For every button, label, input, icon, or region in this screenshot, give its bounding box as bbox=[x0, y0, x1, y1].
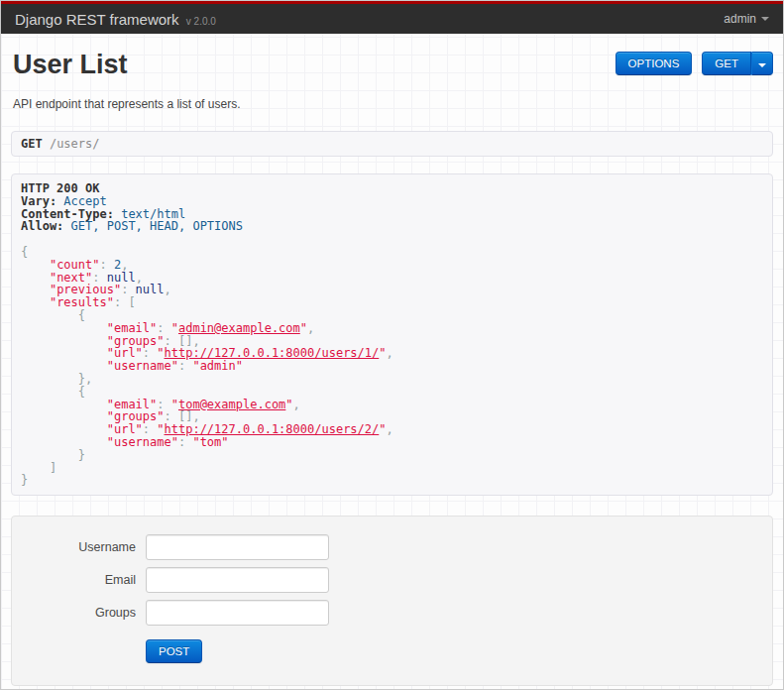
caret-down-icon bbox=[761, 17, 769, 21]
json-token-pun: , bbox=[293, 398, 300, 411]
json-token-str: "username" bbox=[107, 359, 178, 373]
json-token-pln bbox=[63, 219, 70, 233]
response-body: HTTP 200 OK Vary: Accept Content-Type: t… bbox=[21, 182, 763, 487]
form-row-groups: Groups bbox=[32, 600, 752, 626]
post-form: UsernameEmailGroups POST bbox=[11, 516, 773, 686]
form-row-username: Username bbox=[32, 534, 752, 560]
json-token-pun: , bbox=[165, 283, 171, 296]
json-token-pun: : bbox=[178, 359, 192, 373]
json-token-lit: GET, POST, HEAD, OPTIONS bbox=[71, 219, 243, 233]
json-token-str: " bbox=[379, 346, 386, 360]
json-token-str: "tom" bbox=[192, 435, 228, 449]
get-button[interactable]: GET bbox=[702, 52, 751, 75]
groups-label: Groups bbox=[32, 606, 136, 620]
json-token-pun: : [ bbox=[114, 295, 136, 309]
json-token-pun: : bbox=[178, 435, 192, 449]
action-buttons: OPTIONS GET bbox=[616, 52, 773, 75]
brand-title: Django REST framework v 2.0.0 bbox=[15, 11, 216, 28]
json-token-pun: ] bbox=[50, 461, 56, 475]
user-menu-dropdown[interactable]: admin bbox=[724, 12, 769, 26]
main-content: OPTIONS GET User List API endpoint that … bbox=[1, 50, 783, 686]
json-token-pun: , bbox=[387, 346, 393, 360]
version-label: v 2.0.0 bbox=[186, 16, 216, 27]
form-actions: POST bbox=[32, 639, 752, 663]
browsable-api-page: Django REST framework v 2.0.0 admin OPTI… bbox=[0, 0, 784, 690]
json-token-str: " bbox=[300, 321, 307, 335]
navbar: Django REST framework v 2.0.0 admin bbox=[1, 4, 783, 34]
json-token-pun: , bbox=[387, 422, 393, 436]
endpoint-description: API endpoint that represents a list of u… bbox=[13, 97, 773, 111]
options-button[interactable]: OPTIONS bbox=[616, 52, 693, 75]
form-row-email: Email bbox=[32, 567, 752, 593]
post-button[interactable]: POST bbox=[146, 639, 202, 663]
groups-field[interactable] bbox=[146, 600, 329, 626]
email-field[interactable] bbox=[146, 567, 329, 593]
username-label: Username bbox=[32, 540, 136, 554]
brand-label: Django REST framework bbox=[15, 11, 179, 28]
email-label: Email bbox=[32, 573, 136, 587]
response-panel: HTTP 200 OK Vary: Accept Content-Type: t… bbox=[11, 173, 773, 496]
username-field[interactable] bbox=[146, 534, 329, 560]
form-rows: UsernameEmailGroups bbox=[32, 534, 752, 626]
json-token-str: " bbox=[285, 398, 292, 411]
json-token-str: "admin" bbox=[192, 359, 243, 373]
request-bar: GET /users/ bbox=[11, 131, 773, 157]
get-dropdown-toggle[interactable] bbox=[751, 52, 773, 75]
json-token-pun: , bbox=[307, 321, 314, 335]
json-token-str: "username" bbox=[107, 435, 178, 449]
json-token-hdr: Allow: bbox=[21, 219, 63, 233]
request-path: /users/ bbox=[50, 137, 100, 151]
json-token-str: " bbox=[379, 422, 386, 436]
get-split-button: GET bbox=[702, 52, 773, 75]
json-token-pun: } bbox=[21, 473, 28, 487]
caret-down-icon bbox=[758, 63, 766, 67]
page-header: OPTIONS GET User List bbox=[11, 50, 773, 79]
user-menu-label: admin bbox=[724, 12, 756, 26]
json-token-pun: } bbox=[78, 448, 85, 462]
request-method: GET bbox=[21, 137, 43, 151]
json-token-kwd: null bbox=[136, 283, 165, 296]
